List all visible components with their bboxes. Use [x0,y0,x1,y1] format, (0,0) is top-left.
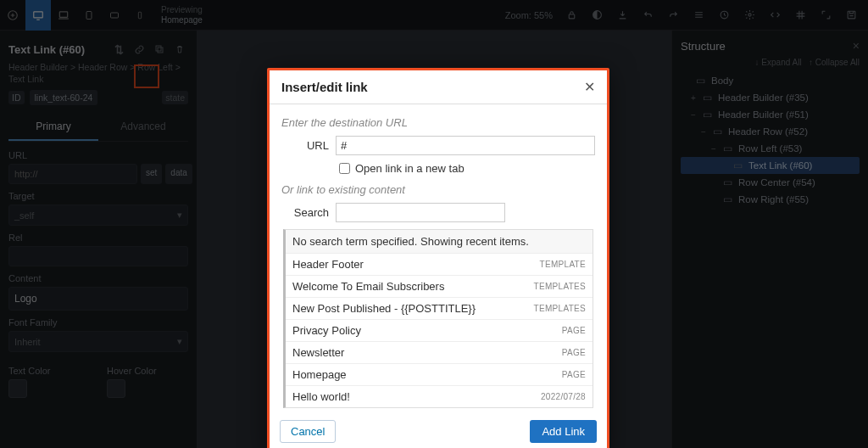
result-title: Privacy Policy [292,324,361,337]
result-tag: TEMPLATES [534,282,586,291]
newtab-checkbox[interactable] [339,163,350,174]
result-title: Hello world! [292,390,350,403]
results-list: No search term specified. Showing recent… [283,229,593,408]
result-title: New Post Published - {{POSTTITLE}} [292,302,476,315]
result-item[interactable]: New Post Published - {{POSTTITLE}}TEMPLA… [286,297,593,319]
result-title: Header Footer [292,258,364,271]
result-tag: TEMPLATE [540,260,586,269]
search-field-label: Search [281,206,329,219]
result-item[interactable]: HomepagePAGE [286,363,593,385]
result-tag: PAGE [562,326,586,335]
cancel-button[interactable]: Cancel [280,420,336,443]
results-note: No search term specified. Showing recent… [286,230,593,253]
modal-close-icon[interactable]: ✕ [584,79,595,95]
or-label: Or link to existing content [281,183,595,196]
dest-label: Enter the destination URL [281,116,595,129]
result-item[interactable]: NewsletterPAGE [286,341,593,363]
url-field-label: URL [281,139,329,152]
modal-url-input[interactable] [336,136,595,155]
add-link-button[interactable]: Add Link [530,420,597,443]
result-tag: PAGE [562,348,586,357]
result-tag: PAGE [562,370,586,379]
modal-search-input[interactable] [336,203,505,222]
result-item[interactable]: Welcome To Email SubscribersTEMPLATES [286,275,593,297]
newtab-label: Open link in a new tab [355,162,465,175]
result-title: Newsletter [292,346,344,359]
result-title: Homepage [292,368,347,381]
result-item[interactable]: Header FooterTEMPLATE [286,253,593,275]
modal-title: Insert/edit link [281,80,368,94]
insert-link-modal: Insert/edit link ✕ Enter the destination… [267,68,609,448]
result-item[interactable]: Hello world!2022/07/28 [286,385,593,407]
result-title: Welcome To Email Subscribers [292,280,444,293]
result-tag: TEMPLATES [534,304,586,313]
result-tag: 2022/07/28 [541,392,586,401]
result-item[interactable]: Privacy PolicyPAGE [286,319,593,341]
